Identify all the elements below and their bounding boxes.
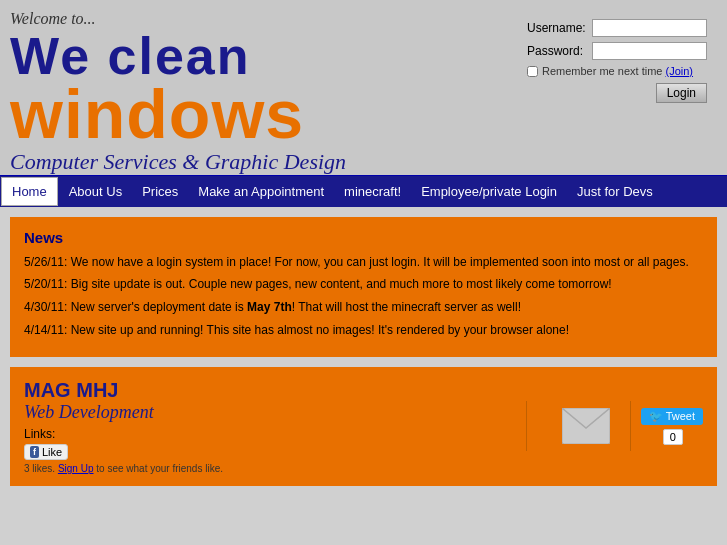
we-clean-text: We clean: [10, 30, 517, 82]
envelope-icon-area: [562, 408, 610, 444]
tweet-bird-icon: 🐦: [649, 410, 663, 423]
web-dev-label: Web Development: [24, 402, 501, 423]
social-left: MAG MHJ Web DevelopmentLinks: f Like 3 l…: [24, 379, 501, 474]
nav-item-home[interactable]: Home: [1, 177, 58, 206]
nav-item-devs[interactable]: Just for Devs: [567, 178, 663, 205]
content-area: News 5/26/11: We now have a login system…: [10, 217, 717, 486]
main-content: News 5/26/11: We now have a login system…: [0, 207, 727, 496]
news-title: News: [24, 229, 703, 246]
username-input[interactable]: [592, 19, 707, 37]
nav-bar: Home About Us Prices Make an Appointment…: [0, 175, 727, 207]
password-input[interactable]: [592, 42, 707, 60]
nav-item-employee-login[interactable]: Employee/private Login: [411, 178, 567, 205]
company-name: MAG MHJ: [24, 379, 501, 402]
login-button[interactable]: Login: [656, 83, 707, 103]
fb-sign-up-link[interactable]: Sign Up: [58, 463, 94, 474]
nav-item-minecraft[interactable]: minecraft!: [334, 178, 411, 205]
separator-right: [630, 401, 631, 451]
username-label: Username:: [527, 21, 592, 35]
news-item-3: 4/30/11: New server's deployment date is…: [24, 299, 703, 316]
remember-row: Remember me next time (Join): [527, 65, 707, 77]
news-item-4: 4/14/11: New site up and running! This s…: [24, 322, 703, 339]
tweet-button[interactable]: 🐦 Tweet: [641, 408, 703, 425]
envelope-area: [516, 401, 537, 451]
separator-left: [526, 401, 527, 451]
join-link[interactable]: (Join): [666, 65, 694, 77]
password-row: Password:: [527, 42, 707, 60]
nav-item-prices[interactable]: Prices: [132, 178, 188, 205]
news-box: News 5/26/11: We now have a login system…: [10, 217, 717, 357]
fb-friends-text: 3 likes. Sign Up to see what your friend…: [24, 463, 501, 474]
links-label: Links:: [24, 427, 501, 441]
nav-item-about[interactable]: About Us: [59, 178, 132, 205]
tagline-text: Computer Services & Graphic Design: [10, 149, 517, 175]
header: Welcome to... We clean windows Computer …: [0, 0, 727, 175]
news-item-1: 5/26/11: We now have a login system in p…: [24, 254, 703, 271]
social-box: MAG MHJ Web DevelopmentLinks: f Like 3 l…: [10, 367, 717, 486]
remember-label: Remember me next time: [542, 65, 662, 77]
facebook-like-button[interactable]: f Like: [24, 444, 68, 460]
username-row: Username:: [527, 19, 707, 37]
welcome-text: Welcome to...: [10, 10, 517, 28]
remember-checkbox[interactable]: [527, 66, 538, 77]
login-box: Username: Password: Remember me next tim…: [517, 11, 717, 111]
news-item-2: 5/20/11: Big site update is out. Couple …: [24, 276, 703, 293]
facebook-icon: f: [30, 446, 39, 458]
tweet-area: 🐦 Tweet 0: [641, 408, 703, 445]
logo-area: Welcome to... We clean windows Computer …: [10, 6, 517, 175]
password-label: Password:: [527, 44, 592, 58]
like-label: Like: [42, 446, 62, 458]
login-btn-row: Login: [527, 83, 707, 103]
tweet-count: 0: [663, 429, 683, 445]
nav-item-appointment[interactable]: Make an Appointment: [188, 178, 334, 205]
windows-text: windows: [10, 82, 517, 147]
envelope-icon: [562, 408, 610, 444]
